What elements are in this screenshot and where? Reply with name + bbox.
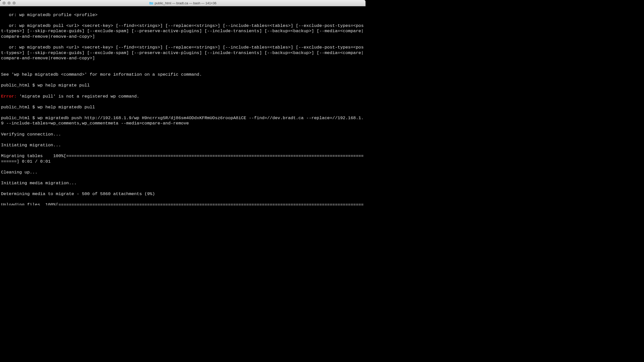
terminal-body[interactable]: or: wp migratedb profile <profile> or: w… — [0, 6, 366, 205]
error-line: Error: 'migrate pull' is not a registere… — [1, 94, 365, 99]
output-line: or: wp migratedb pull <url> <secret-key>… — [1, 23, 365, 39]
prompt-line: public_html $ wp help migratedb pull — [1, 105, 365, 110]
output-line: or: wp migratedb push <url> <secret-key>… — [1, 45, 365, 61]
output-line: or: wp migratedb profile <profile> — [1, 12, 365, 18]
output-line: See 'wp help migratedb <command>' for mo… — [1, 72, 365, 77]
error-label: Error: — [1, 94, 17, 99]
progress-line: Migrating tables 100%[==================… — [1, 153, 365, 164]
window-title-group: public_html — bradt.ca — bash — 141×36 — [149, 1, 216, 5]
prompt-line: public_html $ wp help migrate pull — [1, 83, 365, 88]
minimize-button[interactable] — [8, 2, 11, 5]
folder-icon — [149, 2, 153, 5]
terminal-window: public_html — bradt.ca — bash — 141×36 o… — [0, 0, 366, 205]
output-line: Determining media to migrate - 500 of 58… — [1, 191, 365, 197]
progress-line: Uploading files 100%[===================… — [1, 202, 365, 205]
titlebar[interactable]: public_html — bradt.ca — bash — 141×36 — [0, 0, 366, 6]
close-button[interactable] — [3, 2, 6, 5]
traffic-lights — [0, 2, 16, 5]
output-line: Verifying connection... — [1, 132, 365, 137]
prompt-line: public_html $ wp migratedb push http://1… — [1, 115, 365, 126]
output-line: Initiating migration... — [1, 143, 365, 148]
window-title: public_html — bradt.ca — bash — 141×36 — [155, 1, 216, 5]
output-line: Cleaning up... — [1, 170, 365, 175]
output-line: Initiating media migration... — [1, 180, 365, 186]
maximize-button[interactable] — [13, 2, 16, 5]
error-text: 'migrate pull' is not a registered wp co… — [17, 94, 139, 99]
